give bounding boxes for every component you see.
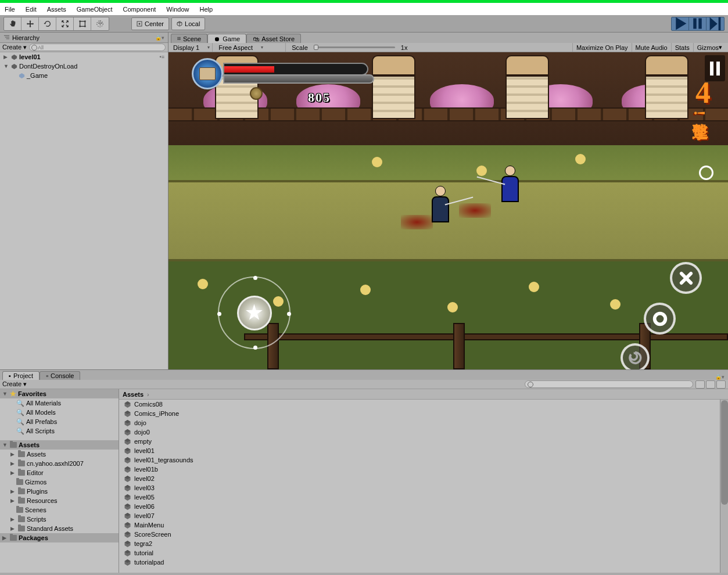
folder-item[interactable]: ▶Resources xyxy=(0,496,119,505)
project-search-input[interactable] xyxy=(525,380,693,388)
svg-point-2 xyxy=(84,20,86,22)
pause-button[interactable] xyxy=(689,17,707,30)
gizmos-dropdown[interactable]: Gizmos ▾ xyxy=(693,43,726,52)
hand-tool-button[interactable] xyxy=(4,17,21,30)
search-by-type-button[interactable] xyxy=(695,380,705,389)
asset-item[interactable]: level01 xyxy=(124,446,728,455)
folder-item[interactable]: Gizmos xyxy=(0,477,119,487)
asset-item[interactable]: level06 xyxy=(124,502,728,511)
tab-assetstore[interactable]: 🛍Asset Store xyxy=(246,34,301,43)
display-dropdown[interactable]: Display 1 xyxy=(171,43,213,52)
action-x-button[interactable] xyxy=(670,262,702,294)
play-button[interactable] xyxy=(672,17,689,30)
scale-slider[interactable] xyxy=(314,46,395,48)
aspect-dropdown[interactable]: Free Aspect xyxy=(216,43,286,52)
svg-rect-13 xyxy=(6,38,9,39)
favorite-item[interactable]: 🔍All Models xyxy=(0,408,119,417)
tab-game[interactable]: ⏺Game xyxy=(207,34,246,43)
favorite-item[interactable]: 🔍All Materials xyxy=(0,398,119,408)
tab-project[interactable]: ▪Project xyxy=(2,371,40,380)
step-button[interactable] xyxy=(707,17,724,30)
svg-point-5 xyxy=(97,20,103,27)
save-search-button[interactable] xyxy=(716,380,726,389)
action-spiral-button[interactable] xyxy=(621,343,650,369)
scene-options-icon[interactable]: •≡ xyxy=(160,54,164,60)
panel-lock-icon[interactable]: 🔒▾ xyxy=(715,374,725,380)
menu-gameobject[interactable]: GameObject xyxy=(77,6,113,13)
project-create-dropdown[interactable]: Create ▾ xyxy=(2,380,27,388)
menu-file[interactable]: File xyxy=(5,6,15,13)
asset-item[interactable]: dojo0 xyxy=(124,427,728,437)
scale-handle[interactable] xyxy=(314,45,318,50)
bottom-tabs: ▪Project ▫Console 🔒▾ xyxy=(0,370,728,380)
asset-item[interactable]: tutorialpad xyxy=(124,558,728,567)
menu-help[interactable]: Help xyxy=(199,6,213,13)
virtual-joystick[interactable] xyxy=(218,276,291,349)
tab-scene[interactable]: ⌗Scene xyxy=(171,34,207,43)
asset-item[interactable]: level02 xyxy=(124,474,728,483)
folder-item[interactable]: ▶Standard Assets xyxy=(0,524,119,533)
favorite-item[interactable]: 🔍All Scripts xyxy=(0,426,119,436)
create-dropdown[interactable]: Create ▾ xyxy=(2,44,27,51)
folder-item[interactable]: ▶Scripts xyxy=(0,515,119,524)
stats-button[interactable]: Stats xyxy=(671,43,693,52)
folder-item[interactable]: ▶Editor xyxy=(0,468,119,477)
folder-item[interactable]: Scenes xyxy=(0,505,119,515)
asset-item[interactable]: dojo xyxy=(124,418,728,427)
game-panel: ⌗Scene ⏺Game 🛍Asset Store Display 1 Free… xyxy=(168,33,728,369)
move-tool-button[interactable] xyxy=(21,17,39,30)
maximize-button[interactable]: Maximize On Play xyxy=(572,43,632,52)
asset-item[interactable]: Comics08 xyxy=(124,400,728,409)
asset-item[interactable]: level01_tegrasounds xyxy=(124,455,728,465)
joystick-knob[interactable] xyxy=(237,296,272,330)
mute-button[interactable]: Mute Audio xyxy=(632,43,671,52)
game-viewport[interactable]: 805 4 連擊! videos xyxy=(168,52,728,369)
menu-window[interactable]: Window xyxy=(166,6,189,13)
unified-tool-button[interactable] xyxy=(91,17,109,30)
asset-item[interactable]: level03 xyxy=(124,483,728,493)
asset-item[interactable]: tegra2 xyxy=(124,539,728,548)
favorite-item[interactable]: 🔍All Prefabs xyxy=(0,417,119,426)
assets-root[interactable]: ▼Assets xyxy=(0,440,119,450)
tab-console[interactable]: ▫Console xyxy=(40,371,80,380)
hierarchy-search-input[interactable]: All xyxy=(29,44,166,51)
expand-arrow-icon[interactable]: ▶ xyxy=(3,54,9,60)
asset-item[interactable]: level05 xyxy=(124,493,728,502)
folder-icon xyxy=(18,470,25,476)
breadcrumb[interactable]: Assets xyxy=(119,389,728,400)
asset-item[interactable]: ScoreScreen xyxy=(124,530,728,539)
menu-assets[interactable]: Assets xyxy=(47,6,66,13)
search-by-label-button[interactable] xyxy=(706,380,715,389)
hierarchy-item-game[interactable]: _Game xyxy=(0,71,168,80)
hierarchy-item-dontdestroy[interactable]: ▼ DontDestroyOnLoad xyxy=(0,62,168,71)
scrollbar-thumb[interactable] xyxy=(721,400,728,505)
unity-scene-icon xyxy=(124,457,131,464)
hierarchy-tab[interactable]: Hierarchy 🔒▾ xyxy=(0,33,168,43)
menu-component[interactable]: Component xyxy=(123,6,156,13)
hierarchy-item-scene[interactable]: ▶ level01 •≡ xyxy=(0,52,168,62)
pivot-center-button[interactable]: Center xyxy=(131,17,169,30)
packages-root[interactable]: ▶Packages xyxy=(0,533,119,542)
asset-item[interactable]: empty xyxy=(124,437,728,446)
expand-arrow-icon[interactable]: ▼ xyxy=(3,63,9,69)
rotate-tool-button[interactable] xyxy=(39,17,56,30)
pivot-local-button[interactable]: Local xyxy=(171,17,205,30)
asset-item[interactable]: level01b xyxy=(124,465,728,474)
folder-item[interactable]: ▶Assets xyxy=(0,450,119,459)
hierarchy-panel: Hierarchy 🔒▾ Create ▾ All ▶ level01 •≡ ▼… xyxy=(0,33,168,369)
action-circle-button[interactable] xyxy=(644,303,676,335)
asset-item[interactable]: MainMenu xyxy=(124,520,728,530)
folder-item[interactable]: ▶Plugins xyxy=(0,487,119,496)
scrollbar[interactable] xyxy=(720,400,728,573)
folder-item[interactable]: ▶cn.yahoo.asxhl2007 xyxy=(0,459,119,468)
menu-edit[interactable]: Edit xyxy=(26,6,37,13)
asset-item[interactable]: level07 xyxy=(124,511,728,520)
scale-value: 1x xyxy=(401,44,408,51)
hierarchy-lock-icon[interactable]: 🔒▾ xyxy=(155,35,164,41)
favorites-header[interactable]: ▼★Favorites xyxy=(0,389,119,398)
asset-item[interactable]: Comics_iPhone xyxy=(124,409,728,418)
asset-item[interactable]: tutorial xyxy=(124,548,728,558)
center-icon xyxy=(137,21,142,27)
scale-tool-button[interactable] xyxy=(56,17,74,30)
rect-tool-button[interactable] xyxy=(74,17,91,30)
